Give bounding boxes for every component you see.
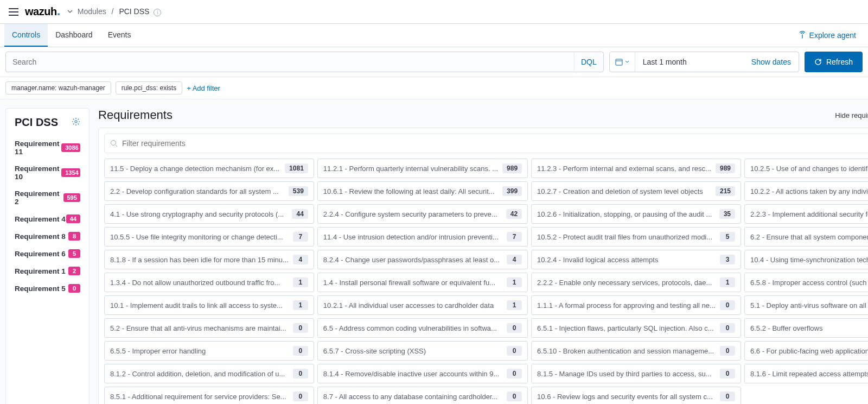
requirement-card[interactable]: 8.7 - All access to any database contain…: [317, 387, 528, 404]
requirement-card[interactable]: 6.5 - Address common coding vulnerabilit…: [317, 318, 528, 338]
requirement-label: 11.4 - Use intrusion detection and/or in…: [323, 233, 502, 241]
requirement-card[interactable]: 6.5.10 - Broken authentication and sessi…: [531, 341, 741, 361]
requirement-card[interactable]: 10.2.7 - Creation and deletion of system…: [531, 181, 741, 201]
search-input[interactable]: [6, 58, 574, 66]
requirement-label: 8.7 - All access to any database contain…: [323, 393, 502, 401]
requirement-card[interactable]: 2.2.4 - Configure system security parame…: [317, 204, 528, 224]
requirement-card[interactable]: 8.1.2 - Control addition, deletion, and …: [104, 364, 314, 383]
requirement-card[interactable]: 6.5.5 - Improper error handling0: [104, 341, 314, 361]
sidebar-item[interactable]: Requirement 50: [6, 280, 89, 297]
requirement-card[interactable]: 4.1 - Use strong cryptography and securi…: [104, 204, 314, 224]
tab-controls[interactable]: Controls: [4, 24, 48, 47]
requirement-card[interactable]: 10.5.5 - Use file integrity monitoring o…: [104, 227, 314, 247]
requirement-card[interactable]: 11.2.3 - Perform internal and external s…: [531, 159, 741, 178]
requirement-card[interactable]: 5.1 - Deploy anti-virus software on all …: [744, 295, 868, 315]
menu-icon[interactable]: [9, 8, 18, 16]
requirement-count: 0: [507, 369, 522, 378]
requirement-card[interactable]: 6.5.7 - Cross-site scripting (XSS)0: [317, 341, 528, 361]
breadcrumb-modules[interactable]: Modules: [78, 7, 106, 16]
dql-button[interactable]: DQL: [574, 53, 603, 71]
sidebar-item-label: Requirement 5: [15, 285, 66, 293]
requirements-panel: 11.5 - Deploy a change detection mechani…: [98, 128, 868, 404]
requirement-label: 2.2.2 - Enable only necessary services, …: [537, 279, 716, 287]
sidebar-item-count: 0: [68, 284, 80, 293]
sidebar-item-label: Requirement 4: [15, 215, 66, 223]
sidebar-item[interactable]: Requirement 444: [6, 210, 89, 228]
requirement-card[interactable]: 1.1.1 - A formal process for approving a…: [531, 295, 741, 315]
requirement-label: 11.5 - Deploy a change detection mechani…: [110, 165, 280, 173]
requirement-label: 2.2.3 - Implement additional security fe…: [750, 210, 868, 218]
requirement-card[interactable]: 1.3.4 - Do not allow unauthorized outbou…: [104, 273, 314, 292]
sidebar-item[interactable]: Requirement 113086: [6, 135, 89, 160]
requirement-card[interactable]: 8.2.4 - Change user passwords/passphrase…: [317, 250, 528, 269]
requirement-label: 6.5.7 - Cross-site scripting (XSS): [323, 347, 502, 355]
requirement-card[interactable]: 8.1.4 - Remove/disable inactive user acc…: [317, 364, 528, 383]
requirement-card[interactable]: 2.2.2 - Enable only necessary services, …: [531, 273, 741, 292]
logo[interactable]: wazuh.: [25, 5, 60, 18]
tab-dashboard[interactable]: Dashboard: [48, 24, 100, 47]
requirement-count: 7: [293, 232, 308, 242]
requirement-card[interactable]: 6.5.8 - Improper access control (such an…: [744, 273, 868, 292]
requirement-card[interactable]: 10.2.6 - Initialization, stopping, or pa…: [531, 204, 741, 224]
requirement-card[interactable]: 8.1.8 - If a session has been idle for m…: [104, 250, 314, 269]
requirement-card[interactable]: 10.2.2 - All actions taken by any indivi…: [744, 181, 868, 201]
requirement-label: 10.2.7 - Creation and deletion of system…: [537, 187, 711, 195]
svg-rect-0: [616, 59, 622, 65]
sidebar-item[interactable]: Requirement 101354: [6, 160, 89, 185]
requirement-label: 8.5.1 - Additional requirement for servi…: [110, 393, 289, 401]
requirement-card[interactable]: 10.5.2 - Protect audit trail files from …: [531, 227, 741, 247]
sidebar-item[interactable]: Requirement 12: [6, 262, 89, 280]
sidebar-item[interactable]: Requirement 65: [6, 245, 89, 262]
requirement-card[interactable]: 6.2 - Ensure that all system components …: [744, 227, 868, 247]
search-bar: DQL Last 1 month Show dates Refresh: [0, 47, 868, 77]
requirement-count: 4: [293, 255, 308, 264]
requirement-label: 10.2.5 - Use of and changes to identific…: [750, 165, 868, 173]
requirement-card[interactable]: 10.2.1 - All individual user accesses to…: [317, 295, 528, 315]
hide-toggle-wrap: Hide requirements with no alerts: [835, 110, 868, 120]
info-icon[interactable]: i: [154, 9, 161, 16]
requirement-card[interactable]: 10.4 - Using time-synchronization techno…: [744, 250, 868, 269]
requirement-card[interactable]: 8.5.1 - Additional requirement for servi…: [104, 387, 314, 404]
requirement-card[interactable]: 10.6 - Review logs and security events f…: [531, 387, 741, 404]
requirement-card[interactable]: 6.5.2 - Buffer overflows0: [744, 318, 868, 338]
gear-icon[interactable]: [72, 117, 80, 128]
requirement-card[interactable]: 6.5.1 - Injection flaws, particularly SQ…: [531, 318, 741, 338]
filter-pill-rule[interactable]: rule.pci_dss: exists: [116, 81, 182, 94]
requirement-count: 42: [506, 209, 522, 219]
date-range-text[interactable]: Last 1 month: [635, 58, 744, 66]
chevron-down-icon[interactable]: [67, 8, 73, 16]
requirement-card[interactable]: 8.1.6 - Limit repeated access attempts b…: [744, 364, 868, 383]
filter-requirements-input[interactable]: [122, 139, 868, 148]
add-filter-button[interactable]: + Add filter: [187, 84, 220, 92]
explore-agent-button[interactable]: Explore agent: [791, 26, 864, 46]
show-dates-button[interactable]: Show dates: [744, 58, 799, 66]
requirement-count: 0: [293, 346, 308, 356]
requirement-card[interactable]: 10.6.1 - Review the following at least d…: [317, 181, 528, 201]
filter-pill-manager[interactable]: manager.name: wazuh-manager: [5, 81, 111, 94]
sidebar-item[interactable]: Requirement 88: [6, 228, 89, 245]
requirement-count: 0: [720, 346, 735, 356]
requirement-card[interactable]: 10.2.4 - Invalid logical access attempts…: [531, 250, 741, 269]
requirement-card[interactable]: 8.1.5 - Manage IDs used by third parties…: [531, 364, 741, 383]
requirement-card[interactable]: 10.1 - Implement audit trails to link al…: [104, 295, 314, 315]
sidebar-item-label: Requirement 11: [15, 140, 61, 156]
hide-toggle-label: Hide requirements with no alerts: [835, 111, 868, 119]
requirement-label: 8.1.2 - Control addition, deletion, and …: [110, 370, 289, 378]
requirement-label: 6.5.5 - Improper error handling: [110, 347, 289, 355]
refresh-button[interactable]: Refresh: [805, 52, 863, 72]
requirement-card[interactable]: 6.6 - For public-facing web applications…: [744, 341, 868, 361]
requirement-card[interactable]: 1.4 - Install personal firewall software…: [317, 273, 528, 292]
sidebar-item[interactable]: Requirement 2595: [6, 185, 89, 210]
requirement-card[interactable]: 2.2 - Develop configuration standards fo…: [104, 181, 314, 201]
sidebar-item-label: Requirement 8: [15, 232, 66, 241]
requirement-card[interactable]: 11.4 - Use intrusion detection and/or in…: [317, 227, 528, 247]
requirement-card[interactable]: 11.2.1 - Perform quarterly internal vuln…: [317, 159, 528, 178]
sidebar-item-count: 2: [68, 267, 80, 275]
requirement-card[interactable]: 11.5 - Deploy a change detection mechani…: [104, 159, 314, 178]
sidebar-item-label: Requirement 2: [15, 190, 63, 206]
calendar-icon[interactable]: [610, 52, 635, 72]
requirement-card[interactable]: 2.2.3 - Implement additional security fe…: [744, 204, 868, 224]
tab-events[interactable]: Events: [100, 24, 139, 47]
requirement-card[interactable]: 5.2 - Ensure that all anti-virus mechani…: [104, 318, 314, 338]
requirement-card[interactable]: 10.2.5 - Use of and changes to identific…: [744, 159, 868, 178]
